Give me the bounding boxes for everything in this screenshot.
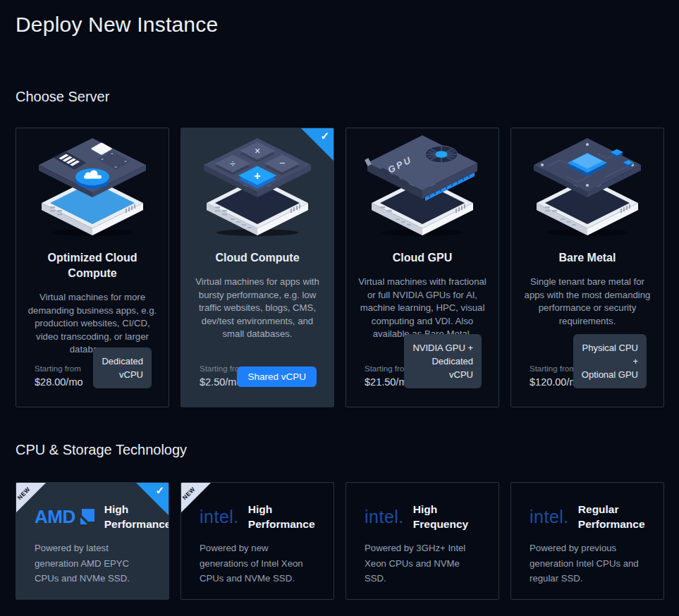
new-ribbon-label: NEW [181,486,197,501]
vcpu-type-badge: Dedicated vCPU [93,347,152,388]
cpu-card-title: High Frequency [413,502,482,531]
cpu-card-title: Regular Performance [578,502,647,531]
cloud-compute-illustration: × ÷ − + [194,135,321,238]
server-card-description: Virtual machines for more demanding busi… [27,291,158,357]
intel-logo: intel. [200,507,239,526]
amd-wordmark: AMD [35,507,75,526]
svg-text:÷: ÷ [230,159,235,169]
amd-arrow-icon [77,507,95,526]
server-card-description: Virtual machines for apps with bursty pe… [192,276,323,341]
svg-text:×: × [255,145,260,156]
server-card-cloud-compute[interactable]: ✓ × [181,128,334,407]
optimized-cloud-compute-illustration [29,135,156,238]
server-card-title: Bare Metal [526,250,649,266]
server-card-title: Cloud GPU [361,250,484,266]
cpu-storage-grid: NEW ✓ AMD High Performance Powered by la… [16,482,663,600]
server-card-footer: Starting from $120.00/mo Physical CPU + … [530,363,647,390]
cpu-card-amd-high-performance[interactable]: NEW ✓ AMD High Performance Powered by la… [16,482,169,600]
vcpu-type-badge: NVIDIA GPU + Dedicated vCPU [404,334,482,388]
cpu-card-intel-high-frequency[interactable]: intel. High Frequency Powered by 3GHz+ I… [345,482,499,600]
check-icon: ✓ [155,484,164,497]
cpu-card-title: High Performance [248,502,317,531]
server-card-description: Virtual machines with fractional or full… [357,276,488,341]
cpu-storage-heading: CPU & Storage Technology [16,441,663,459]
intel-logo: intel. [365,507,404,526]
intel-logo: intel. [530,507,569,526]
cpu-card-description: Powered by 3GHz+ Intel Xeon CPUs and NVM… [365,541,479,586]
cpu-card-title: High Performance [104,502,169,531]
vcpu-type-badge: Shared vCPU [237,366,317,387]
svg-text:−: − [279,157,285,168]
server-card-title: Cloud Compute [196,250,319,266]
cpu-card-intel-regular-performance[interactable]: intel. Regular Performance Powered by pr… [510,482,664,600]
bare-metal-illustration [524,135,651,238]
cpu-card-description: Powered by latest generation AMD EPYC CP… [35,541,149,586]
server-card-optimized-cloud-compute[interactable]: Optimized Cloud Compute Virtual machines… [16,128,169,407]
cpu-card-intel-high-performance[interactable]: NEW intel. High Performance Powered by n… [181,482,334,600]
server-card-footer: Starting from $2.50/mo Shared vCPU [200,363,317,390]
new-ribbon-label: NEW [16,486,32,501]
server-card-description: Single tenant bare metal for apps with t… [522,276,653,328]
svg-text:+: + [254,169,261,183]
server-type-grid: Optimized Cloud Compute Virtual machines… [16,128,663,407]
vcpu-type-badge: Physical CPU + Optional GPU [573,334,647,388]
server-card-title: Optimized Cloud Compute [31,250,154,281]
page-title: Deploy New Instance [16,0,663,38]
check-icon: ✓ [320,130,329,142]
cpu-card-description: Powered by previous generation Intel CPU… [530,541,644,586]
server-card-bare-metal[interactable]: Bare Metal Single tenant bare metal for … [510,128,664,407]
server-card-cloud-gpu[interactable]: GPU Cloud GPU Virtual machines with frac… [345,128,499,407]
server-card-footer: Starting from $28.00/mo Dedicated vCPU [35,363,152,390]
server-card-footer: Starting from $21.50/mo NVIDIA GPU + Ded… [365,363,482,390]
cpu-card-description: Powered by new generations of Intel Xeon… [200,541,314,586]
amd-logo: AMD [35,507,95,526]
choose-server-heading: Choose Server [16,87,663,106]
cloud-gpu-illustration: GPU [359,135,486,238]
